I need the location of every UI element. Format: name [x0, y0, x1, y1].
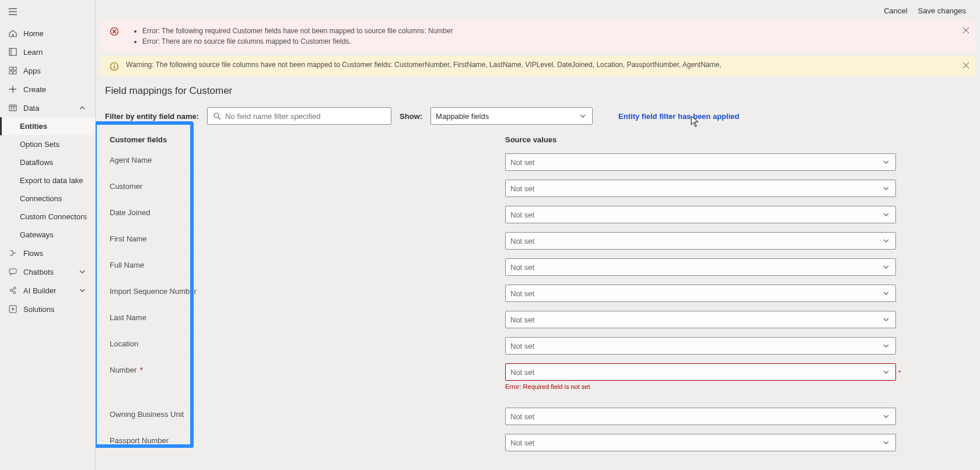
nav-entities[interactable]: Entities	[0, 117, 95, 135]
show-label: Show:	[400, 112, 422, 121]
source-select[interactable]: Not set	[505, 180, 896, 197]
nav-create[interactable]: Create	[0, 80, 95, 99]
nav-export-data-lake[interactable]: Export to data lake	[0, 171, 95, 190]
warning-text: Warning: The following source file colum…	[126, 61, 722, 69]
header-source-values: Source values	[505, 135, 556, 144]
svg-rect-3	[9, 71, 12, 74]
nav-solutions[interactable]: Solutions	[0, 300, 95, 318]
source-select[interactable]: Not set	[505, 337, 896, 355]
chevron-down-icon	[881, 412, 891, 421]
source-select[interactable]: Not set	[505, 363, 896, 381]
required-indicator: *	[138, 366, 143, 374]
source-select-value: Not set	[510, 263, 534, 272]
svg-rect-4	[13, 71, 16, 74]
source-cell: Not set	[505, 336, 896, 355]
nav-ai-builder[interactable]: AI Builder	[0, 281, 95, 300]
source-select[interactable]: Not set	[505, 311, 896, 328]
field-name: Customer	[103, 178, 505, 191]
chevron-down-icon	[881, 262, 891, 272]
table-row: First NameNot set	[103, 227, 973, 254]
nav-dataflows[interactable]: Dataflows	[0, 153, 95, 171]
source-select[interactable]: Not set	[505, 153, 896, 171]
chevron-down-icon	[881, 210, 891, 219]
nav-apps[interactable]: Apps	[0, 61, 95, 80]
hamburger-button[interactable]	[0, 3, 95, 24]
filter-applied-text: Entity field filter has been applied	[618, 112, 739, 121]
field-name: Location	[103, 336, 505, 348]
nav-flows-label: Flows	[23, 249, 43, 258]
table-row: Last NameNot set	[103, 306, 973, 332]
svg-rect-2	[13, 67, 16, 70]
nav-option-sets[interactable]: Option Sets	[0, 135, 95, 153]
source-select-value: Not set	[510, 315, 534, 324]
data-icon	[8, 103, 18, 113]
chevron-down-icon	[78, 286, 87, 295]
field-name: Owning Business Unit	[103, 406, 505, 419]
nav-connections[interactable]: Connections	[0, 190, 95, 208]
chevron-down-icon	[881, 157, 891, 167]
close-warning-banner[interactable]	[963, 62, 970, 69]
nav-solutions-label: Solutions	[23, 305, 54, 314]
filter-input-wrapper[interactable]	[207, 107, 391, 125]
source-select[interactable]: Not set	[505, 434, 896, 451]
plus-icon	[8, 85, 18, 94]
filter-input[interactable]	[225, 112, 386, 121]
chevron-down-icon	[881, 184, 891, 193]
source-select[interactable]: Not set	[505, 408, 896, 425]
nav-data[interactable]: Data	[0, 99, 95, 117]
source-select-value: Not set	[510, 184, 534, 193]
required-indicator: *	[898, 369, 901, 376]
svg-point-7	[10, 289, 12, 292]
chevron-down-icon	[881, 341, 891, 350]
nav-chatbots[interactable]: Chatbots	[0, 262, 95, 281]
chevron-down-icon	[881, 367, 891, 377]
field-name: Full Name	[103, 257, 505, 269]
source-cell: Not set	[505, 152, 896, 171]
source-select-value: Not set	[510, 412, 534, 421]
source-select-value: Not set	[510, 368, 534, 377]
nav-create-label: Create	[23, 85, 46, 94]
table-row: Number *Not setError: Required field is …	[103, 359, 973, 403]
content-area: Field mappings for Customer Filter by en…	[96, 76, 980, 470]
hamburger-icon	[8, 7, 18, 16]
table-row: Date JoinedNot set	[103, 201, 973, 227]
source-select[interactable]: Not set	[505, 285, 896, 302]
save-changes-button[interactable]: Save changes	[918, 6, 966, 15]
source-cell: Not set	[505, 231, 896, 250]
header-customer-fields: Customer fields	[103, 135, 505, 144]
field-name: Last Name	[103, 310, 505, 322]
chevron-down-icon	[881, 438, 891, 447]
source-select[interactable]: Not set	[505, 206, 896, 223]
source-select-value: Not set	[510, 237, 534, 245]
table-body: Agent NameNot setCustomerNot setDate Joi…	[103, 149, 973, 455]
source-cell: Not set	[505, 433, 896, 451]
source-select-value: Not set	[510, 211, 534, 219]
svg-point-14	[214, 113, 219, 118]
error-icon	[110, 27, 119, 36]
nav-learn-label: Learn	[23, 48, 43, 57]
source-cell: Not set	[505, 283, 896, 302]
nav-gateways[interactable]: Gateways	[0, 226, 95, 244]
search-icon	[212, 111, 222, 121]
nav-custom-connectors[interactable]: Custom Connectors	[0, 208, 95, 226]
show-select-value: Mappable fields	[436, 112, 489, 121]
source-select[interactable]: Not set	[505, 258, 896, 276]
show-select[interactable]: Mappable fields	[430, 107, 593, 125]
filter-label: Filter by entity field name:	[105, 112, 199, 121]
field-name: Import Sequence Number	[103, 283, 505, 296]
table-header: Customer fields Source values	[103, 131, 973, 149]
nav-home-label: Home	[23, 29, 44, 38]
table-row: Passport NumberNot set	[103, 429, 973, 455]
page-title: Field mappings for Customer	[103, 85, 973, 97]
table-row: Agent NameNot set	[103, 149, 973, 175]
chevron-down-icon	[881, 289, 891, 298]
nav-learn[interactable]: Learn	[0, 43, 95, 61]
nav-flows[interactable]: Flows	[0, 244, 95, 262]
close-error-banner[interactable]	[963, 27, 970, 34]
table-row: Import Sequence NumberNot set	[103, 280, 973, 306]
chevron-up-icon	[78, 103, 87, 113]
cancel-button[interactable]: Cancel	[884, 6, 907, 15]
source-select[interactable]: Not set	[505, 232, 896, 250]
svg-rect-5	[9, 105, 16, 111]
nav-home[interactable]: Home	[0, 24, 95, 43]
